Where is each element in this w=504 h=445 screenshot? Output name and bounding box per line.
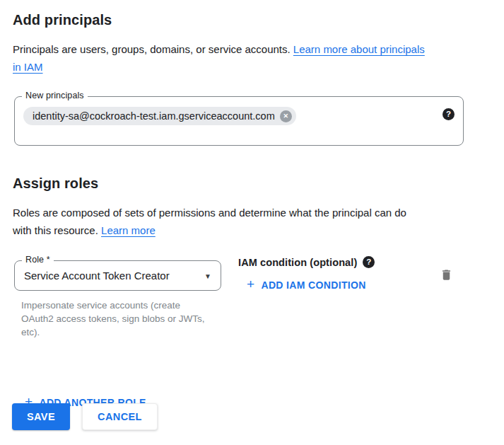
roles-description-line2: with this resource. xyxy=(13,224,101,236)
iam-condition-header: IAM condition (optional) ? xyxy=(238,256,440,268)
role-row: Role * Service Account Token Creator ▼ I… xyxy=(14,260,491,339)
iam-condition-help-icon[interactable]: ? xyxy=(363,256,375,268)
principal-chip[interactable]: identity-sa@cockroach-test.iam.gservicea… xyxy=(23,107,296,125)
new-principals-label: New principals xyxy=(22,91,88,100)
save-button[interactable]: SAVE xyxy=(12,403,70,430)
new-principals-field[interactable]: New principals identity-sa@cockroach-tes… xyxy=(14,96,464,146)
principals-description-text: Principals are users, groups, domains, o… xyxy=(13,43,293,55)
learn-more-principals-link[interactable]: Learn more about principals xyxy=(293,43,425,55)
add-iam-condition-label: ADD IAM CONDITION xyxy=(261,279,365,291)
principal-chip-label: identity-sa@cockroach-test.iam.gservicea… xyxy=(33,110,275,122)
add-iam-condition-button[interactable]: + ADD IAM CONDITION xyxy=(247,279,366,291)
roles-description-line1: Roles are composed of sets of permission… xyxy=(13,207,406,219)
role-select[interactable]: Role * Service Account Token Creator ▼ xyxy=(14,260,221,291)
learn-more-roles-link[interactable]: Learn more xyxy=(101,224,156,236)
chevron-down-icon: ▼ xyxy=(204,273,211,280)
role-column: Role * Service Account Token Creator ▼ I… xyxy=(14,260,221,339)
iam-condition-column: IAM condition (optional) ? + ADD IAM CON… xyxy=(238,256,440,291)
principals-description: Principals are users, groups, domains, o… xyxy=(13,40,486,76)
page-title: Add principals xyxy=(13,10,491,30)
delete-role-button[interactable] xyxy=(440,267,453,282)
chip-remove-icon[interactable]: ✕ xyxy=(280,110,292,122)
dialog-actions: SAVE CANCEL xyxy=(12,403,158,430)
role-helper-text: Impersonate service accounts (create OAu… xyxy=(21,299,213,339)
cancel-button[interactable]: CANCEL xyxy=(82,403,158,430)
learn-more-principals-link-wrap[interactable]: in IAM xyxy=(13,61,43,73)
role-select-label: Role * xyxy=(22,255,54,265)
principals-help-icon[interactable]: ? xyxy=(443,108,455,120)
add-principals-panel: Add principals Principals are users, gro… xyxy=(0,0,504,445)
delete-role-column xyxy=(440,267,453,285)
trash-icon xyxy=(440,274,453,284)
iam-condition-label: IAM condition (optional) xyxy=(238,257,357,268)
role-select-value: Service Account Token Creator xyxy=(24,270,170,282)
roles-description: Roles are composed of sets of permission… xyxy=(13,204,486,239)
assign-roles-title: Assign roles xyxy=(13,173,491,193)
plus-icon: + xyxy=(247,277,254,291)
